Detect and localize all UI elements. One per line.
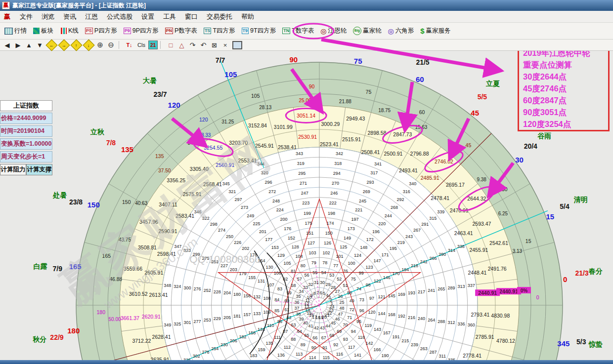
svg-text:大暑: 大暑	[143, 77, 157, 84]
menu-item-公式选股[interactable]: 公式选股	[102, 12, 137, 21]
tool-icon-Cls[interactable]: Cls	[135, 40, 148, 49]
svg-text:2847.73: 2847.73	[393, 131, 412, 137]
tool-icon-⊖[interactable]: ⊖	[106, 40, 116, 49]
svg-text:50: 50	[347, 290, 352, 295]
menu-item-窗口[interactable]: 窗口	[180, 12, 202, 21]
toolbar-label: 板块	[41, 27, 53, 35]
menu-item-浏览[interactable]: 浏览	[37, 12, 59, 21]
svg-text:62: 62	[287, 315, 292, 320]
svg-text:204: 204	[223, 290, 231, 295]
svg-text:325: 325	[174, 322, 181, 326]
svg-text:45: 45	[466, 142, 472, 148]
tool-icon-▶[interactable]: ▶	[13, 40, 23, 49]
svg-text:0: 0	[536, 294, 539, 300]
svg-text:112: 112	[284, 345, 291, 350]
menu-item-设置[interactable]: 设置	[137, 12, 159, 21]
svg-text:106: 106	[274, 271, 281, 276]
toolbar-button-行情[interactable]: 行情	[3, 26, 28, 36]
svg-text:103: 103	[309, 250, 316, 255]
svg-text:220: 220	[378, 221, 386, 226]
toolbar-button-赢家轮[interactable]: Big赢家轮	[351, 26, 383, 36]
svg-text:180: 180	[67, 326, 80, 335]
svg-text:156: 156	[243, 293, 251, 298]
menu-item-资讯[interactable]: 资讯	[59, 12, 81, 21]
menu-item-工具[interactable]: 工具	[159, 12, 180, 21]
svg-text:268: 268	[391, 205, 398, 210]
tool-icon-⊠[interactable]: ⊠	[209, 40, 219, 49]
svg-text:2508.41: 2508.41	[361, 149, 380, 155]
toolbar-button-P四方形[interactable]: PSP四方形	[84, 26, 119, 36]
tool-icon-T↓[interactable]: T↓	[124, 40, 134, 49]
svg-text:3101.99: 3101.99	[274, 124, 293, 130]
menu-item-帮助[interactable]: 帮助	[237, 12, 259, 21]
svg-text:88: 88	[291, 337, 296, 342]
tool-icon-□[interactable]: □	[166, 40, 176, 49]
svg-text:18.75: 18.75	[378, 108, 391, 113]
tool-icon-▼[interactable]: ▼	[35, 40, 45, 49]
menu-item-江恩[interactable]: 江恩	[81, 12, 102, 21]
svg-text:118: 118	[358, 335, 365, 340]
svg-text:131: 131	[258, 279, 265, 283]
tool-icon-◀[interactable]: ◀	[2, 40, 12, 49]
svg-text:处暑: 处暑	[52, 191, 67, 199]
svg-text:115: 115	[323, 355, 330, 360]
tool-icon-⊕[interactable]: ⊕	[95, 40, 105, 49]
brand-icon: 赢	[4, 12, 10, 21]
svg-text:2485.91: 2485.91	[421, 175, 439, 181]
toolbar-button-板块[interactable]: 板块	[32, 26, 55, 36]
svg-text:47: 47	[338, 312, 343, 317]
svg-text:0%: 0%	[521, 288, 528, 293]
svg-text:173: 173	[348, 226, 355, 231]
svg-text:122: 122	[374, 279, 381, 283]
menu-item-文件[interactable]: 文件	[15, 12, 37, 21]
svg-text:77: 77	[333, 263, 338, 268]
svg-text:2538.41: 2538.41	[278, 144, 297, 150]
toolbar-button-T四方形[interactable]: TST四方形	[202, 26, 237, 36]
toolbar-button-T数字表[interactable]: TNT数字表	[281, 26, 315, 36]
svg-text:229: 229	[214, 316, 221, 321]
toolbar-button-P数字表[interactable]: PNP数字表	[164, 26, 199, 36]
toolbar-button-赢家服务[interactable]: $赢家服务	[419, 26, 452, 36]
svg-text:31.25: 31.25	[221, 119, 234, 124]
menu-item-交易委托[interactable]: 交易委托	[202, 12, 237, 21]
svg-text:240: 240	[418, 316, 425, 321]
svg-text:120: 120	[199, 117, 208, 122]
tool-icon-↓[interactable]: ↓	[83, 39, 94, 51]
svg-text:291: 291	[421, 222, 429, 227]
赢家轮-icon: Big	[353, 27, 361, 35]
tool-icon-×[interactable]: ×	[220, 40, 230, 49]
toolbar-button-K线[interactable]: K线	[58, 26, 80, 36]
svg-text:135: 135	[155, 153, 164, 159]
svg-text:56: 56	[305, 273, 309, 278]
tool-icon-↶[interactable]: ↶	[198, 40, 209, 49]
svg-text:2493.41: 2493.41	[399, 167, 418, 173]
tool-icon-▲[interactable]: ▲	[24, 40, 34, 49]
tool-icon-↷[interactable]: ↷	[187, 40, 198, 49]
toolbar-button-9P四方形[interactable]: P99P四方形	[122, 26, 160, 36]
svg-text:191: 191	[393, 334, 400, 339]
svg-text:218: 218	[411, 263, 418, 268]
svg-text:2593.47: 2593.47	[472, 221, 491, 227]
toolbar-button-9T四方形[interactable]: T99T四方形	[240, 26, 278, 36]
svg-text:340: 340	[409, 181, 416, 186]
toolbar-label: T数字表	[292, 27, 314, 35]
tool-icon-△[interactable]: △	[176, 40, 187, 49]
tool-icon-mon[interactable]	[232, 41, 242, 49]
tool-icon-↑[interactable]: ↑	[70, 39, 82, 51]
svg-text:30: 30	[515, 156, 524, 164]
svg-text:51: 51	[343, 283, 348, 288]
toolbar-button-江恩轮[interactable]: ◎江恩轮	[319, 26, 348, 36]
toolbar-button-六角形[interactable]: ◎六角形	[387, 26, 416, 36]
svg-text:194: 194	[401, 267, 409, 272]
tool-icon-→[interactable]: →	[58, 39, 70, 51]
svg-text:119: 119	[365, 323, 372, 328]
tool-icon-←[interactable]: ←	[45, 39, 57, 51]
svg-text:123: 123	[365, 265, 373, 270]
toolbar-label: 9P四方形	[132, 27, 159, 35]
tool-icon-21[interactable]: 21	[148, 40, 158, 49]
svg-text:148: 148	[360, 245, 367, 250]
svg-text:266: 266	[430, 256, 437, 261]
svg-text:324: 324	[174, 284, 181, 289]
svg-text:128: 128	[292, 244, 299, 249]
svg-text:270: 270	[332, 181, 339, 186]
